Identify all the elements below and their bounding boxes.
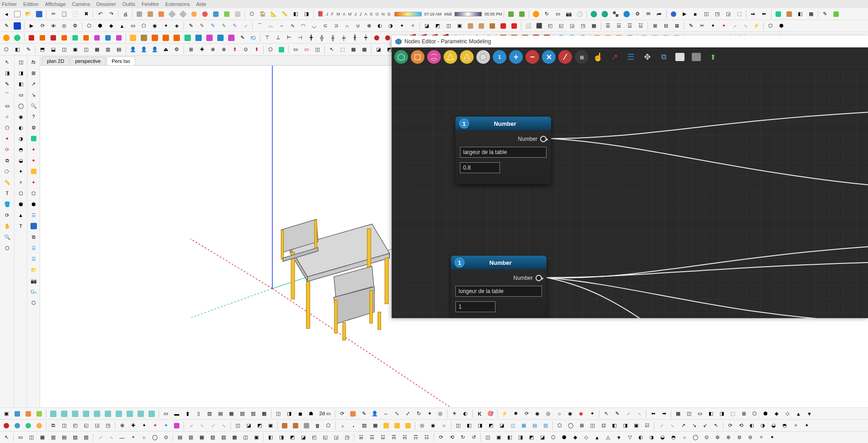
tool-icon[interactable]: ◫ <box>16 57 26 67</box>
tool-icon[interactable]: ◪ <box>497 421 506 430</box>
iso-view-icon[interactable] <box>92 409 102 418</box>
stop-icon[interactable]: ■ <box>691 10 700 19</box>
layers-icon[interactable]: ☲ <box>625 21 634 31</box>
node-number-b[interactable]: 1 Number Number <box>451 256 546 318</box>
tool-icon[interactable]: ⊕ <box>208 45 217 54</box>
text-icon[interactable]: T <box>3 189 12 198</box>
tool-icon[interactable] <box>35 409 44 418</box>
tool-icon[interactable]: ⬨ <box>338 421 347 430</box>
tool-icon[interactable]: ☲ <box>368 433 377 442</box>
scene-tab-perspective[interactable]: perspective <box>70 57 106 65</box>
node-tb-box-icon[interactable] <box>394 50 408 64</box>
tool-icon[interactable]: ✦ <box>150 421 159 430</box>
tool-icon[interactable]: ✎ <box>230 21 239 31</box>
tool-icon[interactable]: ⬢ <box>777 21 786 31</box>
tool-icon[interactable]: ⬡ <box>247 10 256 19</box>
zoom-icon[interactable]: 🔍 <box>3 232 12 242</box>
arc-icon[interactable]: ⊕ <box>364 21 373 31</box>
tool-icon[interactable] <box>168 10 177 19</box>
clock-icon[interactable]: 🕐 <box>575 10 584 19</box>
save-icon[interactable] <box>29 222 38 231</box>
menu-fenetre[interactable]: Fenêtre <box>142 1 159 7</box>
undo-icon[interactable]: ↶ <box>96 10 105 19</box>
tool-icon[interactable]: ◧ <box>706 409 715 418</box>
tool-icon[interactable]: ◳ <box>713 10 722 19</box>
tool-icon[interactable]: ◫ <box>60 45 69 54</box>
tool-icon[interactable] <box>189 10 199 19</box>
play-icon[interactable]: ▶ <box>680 10 689 19</box>
tool-icon[interactable] <box>24 409 33 418</box>
tool-icon[interactable]: ⟳ <box>436 433 445 442</box>
tool-icon[interactable] <box>2 33 11 42</box>
rect-icon[interactable]: ▭ <box>3 101 12 110</box>
node-tb-copy-icon[interactable]: ⧉ <box>657 50 670 64</box>
tool-icon[interactable]: ◧ <box>16 79 26 88</box>
align-icon[interactable]: ┿ <box>361 33 370 42</box>
home-icon[interactable]: 🏠 <box>258 10 267 19</box>
menu-aide[interactable]: Aide <box>196 1 206 7</box>
tool-icon[interactable]: ▮ <box>183 409 192 418</box>
tool-icon[interactable]: ◓ <box>780 421 789 430</box>
tool-icon[interactable] <box>35 421 44 430</box>
circle-icon[interactable]: ○ <box>3 112 12 121</box>
node-tb-panel2-icon[interactable] <box>689 50 703 64</box>
tool-icon[interactable]: ⟳ <box>725 421 735 430</box>
node-tb-subtract-icon[interactable]: − <box>526 50 539 64</box>
tool-icon[interactable]: ✦ <box>802 421 811 430</box>
tool-icon[interactable]: ⊕ <box>117 421 127 430</box>
tool-icon[interactable]: ▥ <box>186 433 195 442</box>
tool-icon[interactable]: ◫ <box>274 409 283 418</box>
tool-icon[interactable]: ◐ <box>636 433 645 442</box>
tool-icon[interactable]: 👤 <box>370 409 379 418</box>
tool-icon[interactable]: ⬢ <box>96 21 105 31</box>
tool-icon[interactable]: ◓ <box>669 433 678 442</box>
tool-icon[interactable]: ◩ <box>288 433 297 442</box>
tool-icon[interactable]: — <box>117 433 127 442</box>
tool-icon[interactable]: ◆ <box>107 21 116 31</box>
gear-icon[interactable]: ⚙ <box>633 10 642 19</box>
tool-icon[interactable]: ⟳ <box>38 21 47 31</box>
tool-icon[interactable]: ◱ <box>321 433 330 442</box>
tool-icon[interactable]: fG <box>249 33 258 42</box>
tool-icon[interactable]: ▦ <box>349 45 358 54</box>
iso-view-icon[interactable] <box>136 409 145 418</box>
node-tb-multiply-icon[interactable]: ✕ <box>542 50 556 64</box>
time-gradient-1[interactable] <box>394 12 422 16</box>
tool-icon[interactable]: ⬡ <box>766 21 775 31</box>
tool-icon[interactable]: ▤ <box>114 45 123 54</box>
tool-icon[interactable]: ✦ <box>708 21 717 31</box>
person-icon[interactable]: 👤 <box>139 45 148 54</box>
component-icon[interactable] <box>60 33 69 42</box>
tool-icon[interactable]: ⟋ <box>730 21 739 31</box>
node-tb-prism-icon[interactable] <box>411 50 424 64</box>
tool-icon[interactable]: ◉ <box>16 112 26 121</box>
tool-icon[interactable]: ○ <box>439 421 449 430</box>
tool-icon[interactable]: ◫ <box>82 45 91 54</box>
tool-icon[interactable]: 📏 <box>280 10 289 19</box>
tool-icon[interactable]: ☴ <box>389 433 398 442</box>
tool-icon[interactable] <box>622 10 631 19</box>
tool-icon[interactable] <box>157 10 166 19</box>
tool-icon[interactable]: ▥ <box>205 409 214 418</box>
node-number-a[interactable]: 1 Number Number <box>455 117 551 184</box>
align-icon[interactable]: ╬ <box>317 33 327 42</box>
tool-icon[interactable]: ◆ <box>772 409 781 418</box>
tool-icon[interactable]: ⬢ <box>16 200 26 209</box>
tool-icon[interactable]: ◫ <box>702 10 711 19</box>
arc-icon[interactable]: ◑ <box>386 21 395 31</box>
component-icon[interactable] <box>150 33 159 42</box>
time-gradient-2[interactable] <box>454 12 482 16</box>
tool-icon[interactable]: ✎ <box>821 10 830 19</box>
gear-icon[interactable]: ⚙ <box>71 21 80 31</box>
tool-icon[interactable] <box>506 10 516 19</box>
tool-icon[interactable]: ⬚ <box>728 409 737 418</box>
tool-icon[interactable]: ↺ <box>469 433 478 442</box>
tool-icon[interactable]: ⧉ <box>29 232 38 242</box>
camera-icon[interactable]: 📷 <box>564 10 573 19</box>
node-tb-add-icon[interactable]: + <box>509 50 523 64</box>
layers-icon[interactable]: ☱ <box>614 21 623 31</box>
cube-icon[interactable]: ⬜ <box>524 21 533 31</box>
tool-icon[interactable]: ◪ <box>374 45 383 54</box>
node-tb-export-icon[interactable]: ⬆ <box>706 50 720 64</box>
tool-icon[interactable]: ◨ <box>285 409 294 418</box>
